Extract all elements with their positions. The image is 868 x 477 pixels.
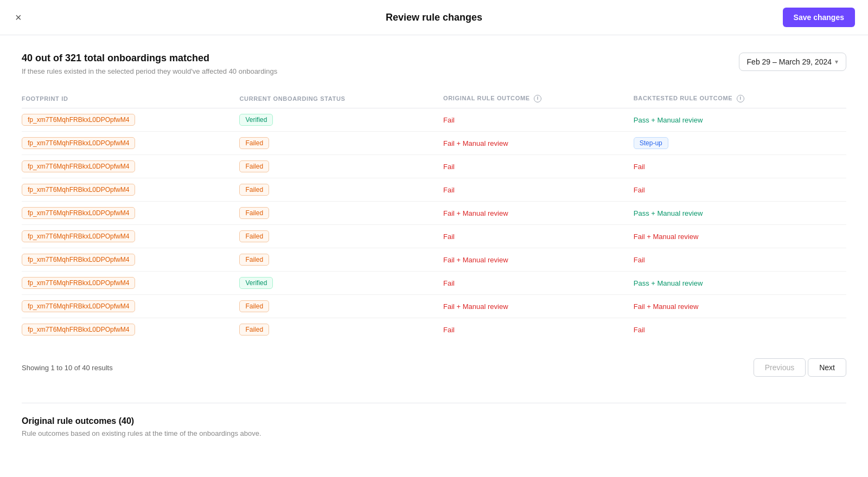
table-row: fp_xm7T6MqhFRBkxL0DPOpfwM4FailedFail + M…: [22, 295, 846, 318]
cell-backtested-outcome: Fail + Manual review: [634, 225, 846, 248]
cell-current-status: Failed: [239, 155, 443, 178]
cell-current-status: Verified: [239, 272, 443, 295]
cell-current-status: Failed: [239, 178, 443, 202]
table-row: fp_xm7T6MqhFRBkxL0DPOpfwM4VerifiedFailPa…: [22, 272, 846, 295]
backtested-outcome-value: Fail + Manual review: [634, 233, 699, 241]
cell-original-outcome: Fail: [443, 108, 634, 132]
status-badge: Failed: [239, 137, 269, 149]
backtested-outcome-value: Fail: [634, 163, 645, 171]
cell-original-outcome: Fail: [443, 272, 634, 295]
table-row: fp_xm7T6MqhFRBkxL0DPOpfwM4FailedFail + M…: [22, 248, 846, 272]
backtested-outcome-info-icon[interactable]: i: [737, 95, 744, 102]
pagination-info: Showing 1 to 10 of 40 results: [22, 364, 113, 372]
backtested-outcome-value: Step-up: [634, 137, 668, 149]
cell-original-outcome: Fail + Manual review: [443, 248, 634, 272]
original-outcome-value: Fail: [443, 233, 455, 241]
close-button[interactable]: ×: [13, 10, 24, 25]
backtested-outcome-value: Fail: [634, 256, 645, 264]
cell-backtested-outcome: Fail + Manual review: [634, 295, 846, 318]
status-badge: Failed: [239, 254, 269, 266]
table-row: fp_xm7T6MqhFRBkxL0DPOpfwM4VerifiedFailPa…: [22, 108, 846, 132]
cell-original-outcome: Fail: [443, 318, 634, 341]
cell-footprint-id: fp_xm7T6MqhFRBkxL0DPOpfwM4: [22, 108, 239, 132]
original-outcome-value: Fail: [443, 116, 455, 124]
col-current-status: CURRENT ONBOARDING STATUS: [239, 91, 443, 108]
cell-footprint-id: fp_xm7T6MqhFRBkxL0DPOpfwM4: [22, 295, 239, 318]
footprint-id-badge[interactable]: fp_xm7T6MqhFRBkxL0DPOpfwM4: [22, 114, 135, 126]
backtested-outcome-value: Fail: [634, 186, 645, 194]
table-row: fp_xm7T6MqhFRBkxL0DPOpfwM4FailedFailFail: [22, 318, 846, 341]
footprint-id-badge[interactable]: fp_xm7T6MqhFRBkxL0DPOpfwM4: [22, 137, 135, 149]
footprint-id-badge[interactable]: fp_xm7T6MqhFRBkxL0DPOpfwM4: [22, 300, 135, 312]
backtested-outcome-value: Pass + Manual review: [634, 279, 703, 287]
cell-footprint-id: fp_xm7T6MqhFRBkxL0DPOpfwM4: [22, 155, 239, 178]
cell-footprint-id: fp_xm7T6MqhFRBkxL0DPOpfwM4: [22, 248, 239, 272]
chevron-down-icon: ▾: [835, 58, 838, 66]
cell-backtested-outcome: Fail: [634, 248, 846, 272]
backtested-outcome-value: Fail + Manual review: [634, 302, 699, 311]
table-row: fp_xm7T6MqhFRBkxL0DPOpfwM4FailedFailFail…: [22, 225, 846, 248]
status-badge: Verified: [239, 114, 273, 126]
footer-section: Original rule outcomes (40) Rule outcome…: [22, 403, 846, 437]
cell-original-outcome: Fail: [443, 178, 634, 202]
cell-backtested-outcome: Pass + Manual review: [634, 108, 846, 132]
footprint-id-badge[interactable]: fp_xm7T6MqhFRBkxL0DPOpfwM4: [22, 277, 135, 289]
date-range-label: Feb 29 – March 29, 2024: [747, 57, 832, 66]
footprint-id-badge[interactable]: fp_xm7T6MqhFRBkxL0DPOpfwM4: [22, 160, 135, 172]
save-button[interactable]: Save changes: [783, 8, 855, 27]
cell-original-outcome: Fail: [443, 225, 634, 248]
cell-backtested-outcome: Pass + Manual review: [634, 202, 846, 225]
footprint-id-badge[interactable]: fp_xm7T6MqhFRBkxL0DPOpfwM4: [22, 254, 135, 266]
footprint-id-badge[interactable]: fp_xm7T6MqhFRBkxL0DPOpfwM4: [22, 184, 135, 196]
summary-subtext: If these rules existed in the selected p…: [22, 67, 277, 75]
cell-current-status: Failed: [239, 295, 443, 318]
footer-heading: Original rule outcomes (40): [22, 416, 846, 426]
backtested-outcome-value: Pass + Manual review: [634, 116, 703, 124]
status-badge: Failed: [239, 230, 269, 242]
cell-current-status: Failed: [239, 225, 443, 248]
cell-footprint-id: fp_xm7T6MqhFRBkxL0DPOpfwM4: [22, 132, 239, 155]
col-original-outcome: ORIGINAL RULE OUTCOME i: [443, 91, 634, 108]
main-content: 40 out of 321 total onboardings matched …: [0, 35, 868, 455]
cell-backtested-outcome: Step-up: [634, 132, 846, 155]
original-outcome-value: Fail: [443, 186, 455, 194]
table-body: fp_xm7T6MqhFRBkxL0DPOpfwM4VerifiedFailPa…: [22, 108, 846, 341]
results-table: FOOTPRINT ID CURRENT ONBOARDING STATUS O…: [22, 91, 846, 341]
cell-backtested-outcome: Fail: [634, 178, 846, 202]
col-footprint-id: FOOTPRINT ID: [22, 91, 239, 108]
pagination-buttons: Previous Next: [754, 358, 846, 377]
cell-footprint-id: fp_xm7T6MqhFRBkxL0DPOpfwM4: [22, 225, 239, 248]
footprint-id-badge[interactable]: fp_xm7T6MqhFRBkxL0DPOpfwM4: [22, 207, 135, 219]
status-badge: Failed: [239, 160, 269, 172]
cell-current-status: Verified: [239, 108, 443, 132]
cell-footprint-id: fp_xm7T6MqhFRBkxL0DPOpfwM4: [22, 178, 239, 202]
table-row: fp_xm7T6MqhFRBkxL0DPOpfwM4FailedFail + M…: [22, 202, 846, 225]
original-outcome-value: Fail: [443, 326, 455, 334]
footprint-id-badge[interactable]: fp_xm7T6MqhFRBkxL0DPOpfwM4: [22, 230, 135, 242]
backtested-outcome-value: Pass + Manual review: [634, 209, 703, 217]
original-outcome-value: Fail: [443, 279, 455, 287]
footprint-id-badge[interactable]: fp_xm7T6MqhFRBkxL0DPOpfwM4: [22, 324, 135, 336]
cell-current-status: Failed: [239, 248, 443, 272]
date-range-selector[interactable]: Feb 29 – March 29, 2024 ▾: [739, 53, 846, 71]
original-outcome-value: Fail + Manual review: [443, 302, 508, 311]
cell-original-outcome: Fail: [443, 155, 634, 178]
status-badge: Failed: [239, 324, 269, 336]
previous-button[interactable]: Previous: [754, 358, 806, 377]
cell-current-status: Failed: [239, 202, 443, 225]
cell-current-status: Failed: [239, 132, 443, 155]
table-row: fp_xm7T6MqhFRBkxL0DPOpfwM4FailedFailFail: [22, 178, 846, 202]
status-badge: Failed: [239, 300, 269, 312]
cell-footprint-id: fp_xm7T6MqhFRBkxL0DPOpfwM4: [22, 318, 239, 341]
modal-title: Review rule changes: [386, 12, 482, 23]
cell-footprint-id: fp_xm7T6MqhFRBkxL0DPOpfwM4: [22, 202, 239, 225]
col-backtested-outcome: BACKTESTED RULE OUTCOME i: [634, 91, 846, 108]
status-badge: Failed: [239, 184, 269, 196]
original-outcome-value: Fail + Manual review: [443, 256, 508, 264]
original-outcome-info-icon[interactable]: i: [534, 95, 541, 102]
next-button[interactable]: Next: [808, 358, 846, 377]
summary-heading: 40 out of 321 total onboardings matched: [22, 53, 277, 64]
cell-current-status: Failed: [239, 318, 443, 341]
cell-original-outcome: Fail + Manual review: [443, 295, 634, 318]
cell-original-outcome: Fail + Manual review: [443, 202, 634, 225]
